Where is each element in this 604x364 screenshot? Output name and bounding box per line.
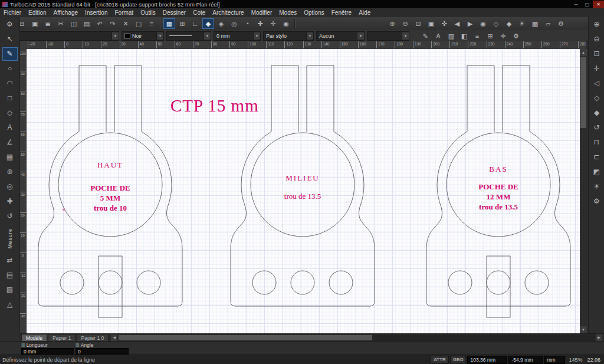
linestyle-select[interactable]: ▼ — [166, 31, 211, 41]
snap-nearest-icon[interactable]: ✛ — [267, 18, 279, 29]
erase-tool[interactable]: ▨ — [2, 283, 18, 297]
pan-icon[interactable]: ✜ — [438, 18, 450, 29]
mirror-tool[interactable]: ⇄ — [2, 254, 18, 267]
pen-width-select[interactable]: 0 mm ▼ — [214, 31, 261, 41]
r-orbit-icon[interactable]: ↺ — [589, 121, 604, 135]
copy-icon[interactable]: ◫ — [68, 18, 80, 29]
zoom-extents-icon[interactable]: ▣ — [425, 18, 437, 29]
geo-toggle[interactable]: GEO — [450, 356, 467, 364]
zoom-tool[interactable]: ◎ — [2, 180, 18, 194]
zoom-out-icon[interactable]: ⊖ — [399, 18, 411, 29]
drawing-canvas[interactable]: HAUTPOCHE DE5 MMtrou de 10MILIEUtrou de … — [27, 49, 580, 333]
save-icon[interactable]: ▣ — [29, 18, 41, 29]
rectangle-tool[interactable]: □ — [2, 91, 18, 105]
hatch-style-icon[interactable]: ▨ — [445, 31, 457, 41]
properties-icon[interactable]: ≡ — [146, 18, 157, 29]
cut-icon[interactable]: ✂ — [55, 18, 67, 29]
circle-tool[interactable]: ○ — [2, 62, 18, 76]
magnetic-point-icon[interactable]: ◉ — [280, 18, 292, 29]
measure-palette-label[interactable]: Mesure — [7, 228, 13, 248]
unit-field[interactable]: mm — [544, 356, 565, 364]
r-view-iso-icon[interactable]: ◩ — [589, 165, 604, 179]
menu-dessiner[interactable]: Dessiner — [159, 8, 189, 17]
hatch-tool[interactable]: ▦ — [2, 150, 18, 164]
maximize-button[interactable]: ▢ — [582, 1, 593, 8]
propbar-settings-icon[interactable]: ⚙ — [510, 31, 522, 41]
menu-aide[interactable]: Aide — [355, 8, 374, 17]
symbol-icon[interactable]: ✛ — [497, 31, 509, 41]
y-coordinate-field[interactable]: -54.9 mm — [508, 356, 543, 364]
menu-outils[interactable]: Outils — [137, 8, 159, 17]
x-coordinate-field[interactable]: 103.36 mm — [467, 356, 507, 364]
delete-icon[interactable]: ✕ — [120, 18, 132, 29]
r-settings-icon[interactable]: ⚙ — [589, 195, 604, 208]
r-zoom-extents-icon[interactable]: ⊡ — [589, 47, 604, 61]
extra-select[interactable]: ▼ — [367, 31, 409, 41]
hatch-select[interactable]: Aucun ▼ — [316, 31, 365, 41]
zoom-in-icon[interactable]: ⊕ — [386, 18, 398, 29]
menu-insertion[interactable]: Insertion — [81, 8, 111, 17]
text-tool[interactable]: A — [2, 121, 18, 135]
menu-fichier[interactable]: Fichier — [0, 8, 25, 17]
rotate-tool[interactable]: ↺ — [2, 209, 18, 223]
layer-select[interactable]: 0 ▼ — [11, 31, 119, 41]
menu-modes[interactable]: Modes — [275, 8, 300, 17]
gradient-icon[interactable]: ◧ — [458, 31, 470, 41]
text-style-icon[interactable]: A — [432, 31, 444, 41]
horizontal-scroll-thumb[interactable] — [119, 335, 372, 340]
toolbar-options-icon[interactable]: ⚙ — [555, 18, 567, 29]
vertical-scroll-thumb[interactable] — [580, 57, 586, 128]
r-pan-icon[interactable]: ✛ — [589, 62, 604, 76]
color-select[interactable]: Noir ▼ — [122, 31, 164, 41]
polygon-tool[interactable]: ◇ — [2, 106, 18, 120]
shaded-icon[interactable]: ◆ — [503, 18, 515, 29]
menu-options[interactable]: Options — [300, 8, 327, 17]
materials-icon[interactable]: ▩ — [529, 18, 541, 29]
drawing-part-3[interactable]: BASPOCHE DE12 MMtrou de 13.5 — [426, 65, 570, 317]
print-icon[interactable]: ≣ — [42, 18, 54, 29]
workplane-icon[interactable]: ▱ — [542, 18, 554, 29]
table-icon[interactable]: ⊞ — [484, 31, 496, 41]
menu-cote[interactable]: Cote — [189, 8, 209, 17]
layers-tool[interactable]: ▤ — [2, 268, 18, 282]
redo-icon[interactable]: ↷ — [107, 18, 119, 29]
scroll-left-icon[interactable]: ◀ — [111, 335, 117, 341]
previous-view-icon[interactable]: ◀ — [451, 18, 463, 29]
insert-tool[interactable]: ⊕ — [2, 165, 18, 179]
undo-icon[interactable]: ↶ — [94, 18, 106, 29]
node-edit-tool[interactable]: △ — [2, 298, 18, 311]
zoom-window-icon[interactable]: ⊡ — [412, 18, 424, 29]
paste-icon[interactable]: ▤ — [81, 18, 93, 29]
r-previous-view-icon[interactable]: ◁ — [589, 77, 604, 90]
snap-center-icon[interactable]: ◎ — [228, 18, 240, 29]
minimize-button[interactable]: ─ — [570, 1, 582, 8]
pan-tool[interactable]: ✚ — [2, 195, 18, 208]
r-zoom-out-icon[interactable]: ⊖ — [589, 32, 604, 46]
settings-gear-icon[interactable]: ⚙ — [2, 18, 18, 31]
vertical-scrollbar[interactable]: ▲ ▼ — [580, 49, 587, 333]
r-shaded-icon[interactable]: ◆ — [589, 106, 604, 120]
camera-icon[interactable]: ◉ — [477, 18, 489, 29]
scroll-up-icon[interactable]: ▲ — [580, 49, 587, 56]
format-painter-icon[interactable]: ✎ — [419, 31, 431, 41]
line-tool[interactable]: ✎ — [2, 47, 18, 61]
snap-vertex-icon[interactable]: ◆ — [202, 18, 214, 29]
r-view-front-icon[interactable]: ⊏ — [589, 150, 604, 164]
align-icon[interactable]: ≡ — [471, 31, 483, 41]
menu-architecture[interactable]: Architecture — [209, 8, 247, 17]
snap-grid-icon[interactable]: ⊞ — [176, 18, 188, 29]
snap-quadrant-icon[interactable]: ◔ — [241, 18, 253, 29]
next-view-icon[interactable]: ▶ — [464, 18, 476, 29]
wireframe-icon[interactable]: ◇ — [490, 18, 502, 29]
r-view-top-icon[interactable]: ⊓ — [589, 136, 604, 149]
menu-affichage[interactable]: Affichage — [50, 8, 82, 17]
snap-intersection-icon[interactable]: ✚ — [254, 18, 266, 29]
snap-middle-icon[interactable]: ◈ — [215, 18, 227, 29]
select-tool[interactable]: ↖ — [2, 32, 18, 46]
attr-toggle[interactable]: ATTR — [431, 356, 448, 364]
menu-fenetre[interactable]: Fenêtre — [328, 8, 355, 17]
menu-format[interactable]: Format — [111, 8, 137, 17]
r-zoom-in-icon[interactable]: ⊕ — [589, 18, 604, 31]
menu-modifier[interactable]: Modifier — [248, 8, 276, 17]
lights-icon[interactable]: ☀ — [516, 18, 528, 29]
